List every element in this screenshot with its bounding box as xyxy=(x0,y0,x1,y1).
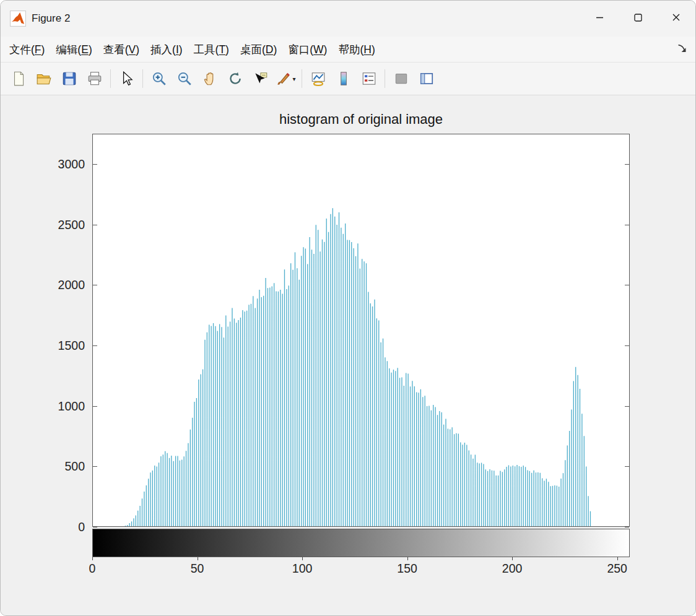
toolbar-separator xyxy=(385,69,385,88)
y-tick-label: 3000 xyxy=(33,157,85,171)
rotate-3d-button[interactable] xyxy=(222,66,248,91)
minimize-icon xyxy=(596,13,604,24)
matlab-figure-icon xyxy=(10,11,26,27)
x-tick-mark xyxy=(92,557,93,560)
menu-help[interactable]: 帮助(H) xyxy=(333,42,380,57)
y-tick-label: 500 xyxy=(33,459,85,474)
new-figure-button[interactable] xyxy=(6,66,31,91)
x-tick-label: 150 xyxy=(385,562,430,576)
print-icon xyxy=(87,71,103,87)
menu-tools[interactable]: 工具(T) xyxy=(188,42,235,57)
open-file-button[interactable] xyxy=(31,66,56,91)
brush-dropdown-caret-icon[interactable]: ▾ xyxy=(292,76,295,82)
save-icon xyxy=(61,71,77,87)
minimize-button[interactable] xyxy=(580,1,619,37)
title-bar: Figure 2 xyxy=(1,1,695,37)
close-button[interactable] xyxy=(657,1,695,37)
y-tick-mark xyxy=(93,466,97,467)
y-tick-label: 1000 xyxy=(33,399,85,414)
intensity-colorbar xyxy=(92,529,630,557)
save-figure-button[interactable] xyxy=(56,66,82,91)
zoom-out-button[interactable] xyxy=(172,66,197,91)
link-plot-icon xyxy=(310,71,326,87)
dock-figure-icon[interactable] xyxy=(676,42,689,56)
zoom-out-icon xyxy=(176,71,193,87)
rotate-3d-icon xyxy=(227,71,243,87)
insert-legend-button[interactable] xyxy=(356,66,381,91)
x-tick-mark xyxy=(198,557,198,560)
x-tick-label: 100 xyxy=(280,562,324,576)
histogram-stems xyxy=(93,134,629,526)
y-tick-label: 1500 xyxy=(33,338,85,353)
window-controls xyxy=(580,1,695,37)
menu-desktop[interactable]: 桌面(D) xyxy=(235,42,282,57)
show-plot-tools-icon xyxy=(419,71,435,87)
zoom-in-button[interactable] xyxy=(146,66,172,91)
edit-plot-button[interactable] xyxy=(114,66,139,91)
toolbar-separator xyxy=(142,69,143,88)
y-tick-label: 2500 xyxy=(33,217,85,232)
y-tick-mark xyxy=(625,406,629,407)
data-cursor-button[interactable] xyxy=(248,66,273,91)
close-icon xyxy=(672,13,681,24)
pan-button[interactable] xyxy=(197,66,222,91)
data-cursor-icon xyxy=(253,71,269,87)
y-tick-mark xyxy=(625,285,629,285)
menu-bar: 文件(F)编辑(E)查看(V)插入(I)工具(T)桌面(D)窗口(W)帮助(H) xyxy=(1,37,695,63)
x-tick-mark xyxy=(512,557,513,560)
maximize-icon xyxy=(634,13,642,24)
x-tick-mark xyxy=(617,557,618,560)
brush-icon xyxy=(276,71,292,87)
figure-canvas: histogram of original image 050010001500… xyxy=(1,95,695,615)
axes-box xyxy=(92,134,630,527)
y-tick-mark xyxy=(625,345,629,346)
y-tick-mark xyxy=(93,527,97,527)
figure-window: Figure 2 文件(F)编辑(E)查看(V)插入(I)工具(T)桌面(D)窗… xyxy=(0,0,696,616)
menu-view[interactable]: 查看(V) xyxy=(98,42,145,57)
y-tick-mark xyxy=(625,527,629,527)
toolbar-separator xyxy=(302,69,302,88)
y-tick-label: 2000 xyxy=(33,277,85,292)
x-tick-mark xyxy=(302,557,303,560)
insert-legend-icon xyxy=(361,71,377,87)
menu-edit[interactable]: 编辑(E) xyxy=(50,42,97,57)
x-tick-label: 250 xyxy=(595,562,640,576)
pan-icon xyxy=(202,71,218,87)
x-tick-label: 0 xyxy=(70,562,115,576)
window-title: Figure 2 xyxy=(32,12,70,25)
y-tick-mark xyxy=(625,466,629,467)
x-tick-label: 200 xyxy=(490,562,534,576)
link-plot-button[interactable] xyxy=(305,66,331,91)
maximize-button[interactable] xyxy=(619,1,657,37)
hide-plot-tools-button[interactable] xyxy=(388,66,414,91)
y-tick-mark xyxy=(93,285,97,285)
y-tick-label: 0 xyxy=(33,519,85,534)
figure-toolbar: ▾ xyxy=(1,63,695,95)
zoom-in-icon xyxy=(151,71,167,87)
y-tick-mark xyxy=(93,225,97,225)
brush-button[interactable]: ▾ xyxy=(273,66,298,91)
show-plot-tools-button[interactable] xyxy=(414,66,439,91)
x-tick-label: 50 xyxy=(175,562,220,576)
y-tick-mark xyxy=(93,406,97,407)
menu-insert[interactable]: 插入(I) xyxy=(145,42,188,57)
y-tick-mark xyxy=(93,164,97,165)
menu-file[interactable]: 文件(F) xyxy=(4,42,50,57)
open-folder-icon xyxy=(36,71,52,87)
hide-plot-tools-icon xyxy=(393,71,409,87)
edit-cursor-icon xyxy=(119,71,135,87)
x-tick-mark xyxy=(407,557,408,560)
toolbar-separator xyxy=(110,69,111,88)
y-tick-mark xyxy=(93,345,97,346)
insert-colorbar-button[interactable] xyxy=(331,66,356,91)
menu-window[interactable]: 窗口(W) xyxy=(282,42,333,57)
menu-items: 文件(F)编辑(E)查看(V)插入(I)工具(T)桌面(D)窗口(W)帮助(H) xyxy=(4,42,381,57)
chart-title: histogram of original image xyxy=(92,111,630,128)
new-document-icon xyxy=(11,71,27,87)
print-figure-button[interactable] xyxy=(82,66,107,91)
insert-colorbar-icon xyxy=(336,71,352,87)
y-tick-mark xyxy=(625,225,629,225)
y-tick-mark xyxy=(625,164,629,165)
